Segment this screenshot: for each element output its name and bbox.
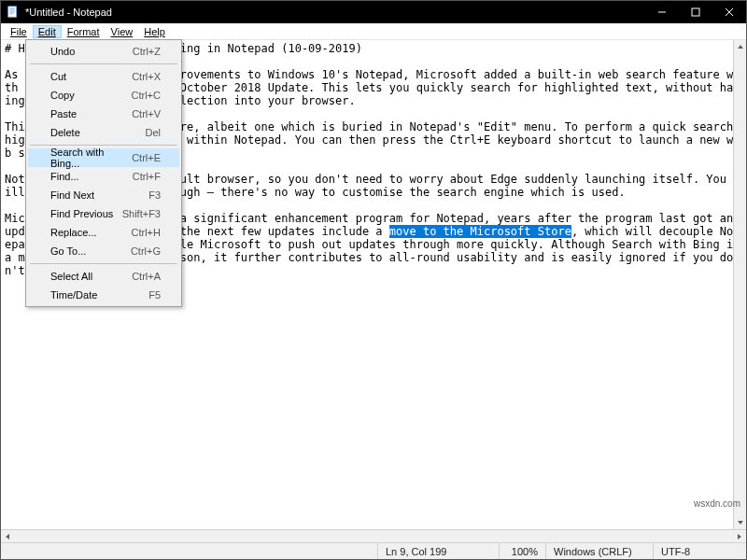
svg-marker-12: [738, 534, 741, 539]
menu-item-undo[interactable]: UndoCtrl+Z: [28, 42, 179, 61]
menubar: File Edit Format View Help: [1, 23, 746, 40]
status-blank: [1, 543, 377, 559]
menu-item-go-to[interactable]: Go To...Ctrl+G: [28, 242, 179, 260]
window-title: *Untitled - Notepad: [25, 7, 112, 18]
maximize-button[interactable]: [679, 1, 712, 23]
svg-marker-11: [6, 534, 9, 539]
menu-item-search-with-bing[interactable]: Search with Bing...Ctrl+E: [28, 148, 179, 167]
menu-format[interactable]: Format: [62, 25, 106, 38]
status-position: Ln 9, Col 199: [377, 543, 499, 559]
svg-rect-6: [692, 8, 699, 16]
svg-marker-10: [738, 521, 743, 525]
menu-item-select-all[interactable]: Select AllCtrl+A: [28, 267, 179, 286]
scroll-up-arrow-icon[interactable]: [734, 40, 746, 53]
status-encoding: UTF-8: [653, 543, 746, 559]
status-line-endings: Windows (CRLF): [545, 543, 653, 559]
menu-item-paste[interactable]: PasteCtrl+V: [28, 105, 179, 123]
notepad-app-icon: [7, 6, 20, 19]
svg-marker-9: [738, 45, 743, 49]
menu-help[interactable]: Help: [138, 25, 171, 38]
menu-item-cut[interactable]: CutCtrl+X: [28, 67, 179, 86]
horizontal-scrollbar[interactable]: [1, 529, 746, 542]
scroll-down-arrow-icon[interactable]: [734, 516, 746, 529]
scroll-right-arrow-icon[interactable]: [733, 530, 746, 542]
menu-separator: [30, 145, 177, 146]
scroll-track[interactable]: [734, 53, 746, 516]
edit-dropdown-menu: UndoCtrl+Z CutCtrl+X CopyCtrl+C PasteCtr…: [25, 39, 182, 307]
minimize-button[interactable]: [645, 1, 679, 23]
menu-item-find[interactable]: Find...Ctrl+F: [28, 167, 179, 186]
menu-item-replace[interactable]: Replace...Ctrl+H: [28, 223, 179, 242]
menu-separator: [30, 263, 177, 264]
scroll-left-arrow-icon[interactable]: [1, 530, 14, 542]
menu-item-delete[interactable]: DeleteDel: [28, 123, 179, 142]
text-selection[interactable]: move to the Microsoft Store: [389, 225, 571, 238]
menu-view[interactable]: View: [106, 25, 139, 38]
menu-edit[interactable]: Edit: [33, 25, 62, 38]
watermark-text: wsxdn.com: [694, 498, 740, 509]
menu-item-find-previous[interactable]: Find PreviousShift+F3: [28, 204, 179, 223]
vertical-scrollbar[interactable]: [733, 40, 746, 529]
menu-file[interactable]: File: [5, 25, 33, 38]
close-button[interactable]: [712, 1, 746, 23]
menu-item-time-date[interactable]: Time/DateF5: [28, 286, 179, 304]
statusbar: Ln 9, Col 199 100% Windows (CRLF) UTF-8: [1, 542, 746, 559]
titlebar: *Untitled - Notepad: [1, 1, 746, 23]
menu-item-find-next[interactable]: Find NextF3: [28, 186, 179, 204]
menu-item-copy[interactable]: CopyCtrl+C: [28, 86, 179, 105]
status-zoom: 100%: [499, 543, 545, 559]
scroll-track-h[interactable]: [14, 530, 733, 542]
menu-separator: [30, 63, 177, 64]
